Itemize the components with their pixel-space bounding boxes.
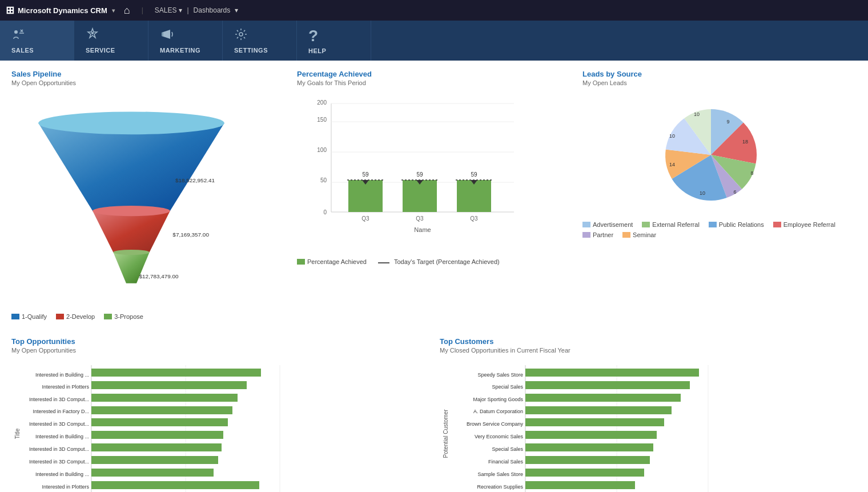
qualify-legend-color [11,314,19,319]
settings-label: SETTINGS [234,47,268,54]
svg-text:59: 59 [416,171,423,178]
sales-nav-link[interactable]: SALES ▾ [155,6,183,14]
brand-chevron: ▾ [112,7,115,14]
svg-rect-48 [91,381,247,389]
pie-svg: 9 18 8 6 10 14 10 10 [628,92,811,218]
ext-legend: External Referral [642,221,700,228]
top-opportunities-chart: Top Opportunities My Open Opportunities … [11,337,428,492]
service-icon [86,27,99,45]
module-help[interactable]: ? HELP [297,21,371,61]
help-label: HELP [308,47,326,54]
propose-legend-color [104,314,112,319]
svg-text:Interested in Plotters: Interested in Plotters [42,484,89,490]
pct-legend-achieved: Percentage Achieved [297,258,367,265]
svg-rect-52 [91,406,232,414]
service-label: SERVICE [86,47,115,54]
svg-text:18: 18 [742,139,748,145]
svg-point-0 [14,30,18,34]
svg-rect-80 [525,406,672,414]
sales-icon [11,27,25,45]
svg-text:Q3: Q3 [470,215,478,222]
svg-text:Title: Title [14,428,21,439]
svg-rect-84 [525,431,657,439]
qualify-segment [38,123,224,211]
brand[interactable]: ⊞ Microsoft Dynamics CRM ▾ [6,4,115,17]
marketing-label: MARKETING [160,47,200,54]
svg-rect-2 [162,33,163,36]
propose-value: $12,783,479.00 [139,273,179,279]
svg-rect-88 [525,456,650,464]
develop-value: $7,169,357.00 [172,231,209,238]
svg-text:9: 9 [726,119,729,125]
svg-text:Interested in 3D Comput...: Interested in 3D Comput... [29,397,89,402]
svg-text:150: 150 [317,117,327,123]
top-opp-svg: 0 1,000,000 2,000,000 Est. Revenue Title… [11,359,286,492]
propose-legend-label: 3-Propose [114,313,143,320]
home-icon[interactable]: ⌂ [124,5,130,17]
develop-top-ellipse [93,206,170,216]
pr-legend: Public Relations [709,221,764,228]
svg-text:Very Economic Sales: Very Economic Sales [475,434,524,439]
svg-rect-58 [91,443,222,451]
pie-container: 9 18 8 6 10 14 10 10 Advertisement [582,92,857,238]
svg-text:Q3: Q3 [416,215,424,222]
svg-rect-50 [91,394,238,402]
svg-rect-64 [91,481,259,489]
svg-rect-76 [525,381,690,389]
module-settings[interactable]: SETTINGS [223,21,297,61]
svg-text:Interested in Factory D...: Interested in Factory D... [33,409,89,414]
qualify-top-ellipse [38,111,224,134]
svg-text:Interested in 3D Comput...: Interested in 3D Comput... [29,446,89,452]
target-dash [378,262,389,263]
svg-text:200: 200 [317,99,327,106]
svg-rect-92 [525,481,635,489]
svg-text:0: 0 [323,209,327,215]
svg-text:10: 10 [669,133,675,139]
brand-name: Microsoft Dynamics CRM [18,6,107,15]
svg-text:59: 59 [471,171,477,178]
svg-rect-82 [525,418,664,426]
sales-label: SALES [11,47,34,54]
logo-icon: ⊞ [6,4,14,17]
partner-legend: Partner [582,231,613,238]
leads-subtitle: My Open Leads [582,79,857,86]
qualify-value: $18,522,952.41 [175,177,215,183]
svg-text:59: 59 [362,171,369,178]
leads-title: Leads by Source [582,70,857,78]
develop-legend-label: 2-Develop [66,313,95,320]
dashboard-content: Sales Pipeline My Open Opportunities [0,61,868,492]
svg-text:Special Sales: Special Sales [492,446,523,452]
bar-q3-2 [403,180,437,212]
pct-legend-target: Today's Target (Percentage Achieved) [378,258,500,265]
develop-segment [93,211,170,252]
svg-text:Special Sales: Special Sales [492,384,523,390]
svg-rect-86 [525,443,653,451]
svg-text:A. Datum Corporation: A. Datum Corporation [473,409,523,414]
achieved-color [297,259,305,265]
bar-q3-1 [348,180,383,212]
ad-legend: Advertisement [582,221,633,228]
svg-rect-54 [91,418,228,426]
svg-rect-78 [525,394,681,402]
top-cust-subtitle: My Closed Opportunities in Current Fisca… [440,347,857,354]
qualify-legend-label: 1-Qualify [22,313,47,320]
svg-text:14: 14 [669,162,675,167]
svg-rect-62 [91,469,214,477]
seminar-legend: Seminar [622,231,656,238]
module-sales[interactable]: SALES [0,21,74,61]
svg-point-1 [91,32,94,34]
leads-by-source-chart: Leads by Source My Open Leads [582,70,857,320]
pct-subtitle: My Goals for This Period [297,79,571,86]
module-service[interactable]: SERVICE [74,21,148,61]
svg-text:10: 10 [700,190,705,196]
settings-icon [234,27,248,45]
top-navigation: ⊞ Microsoft Dynamics CRM ▾ ⌂ | SALES ▾ |… [0,0,868,21]
dashboards-nav-link[interactable]: Dashboards ▾ [194,6,239,14]
svg-text:Interested in Building ...: Interested in Building ... [35,434,89,439]
svg-rect-60 [91,456,218,464]
module-marketing[interactable]: MARKETING [148,21,223,61]
sales-pipeline-title: Sales Pipeline [11,70,286,78]
svg-text:Recreation Supplies: Recreation Supplies [477,484,523,490]
svg-rect-74 [525,369,699,377]
svg-text:50: 50 [320,177,327,183]
